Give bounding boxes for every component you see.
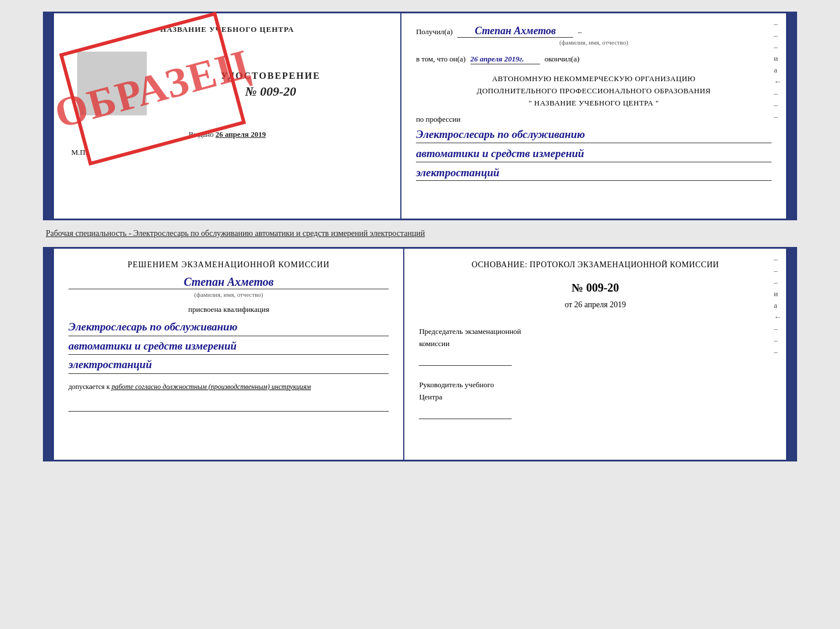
bottom-fio-label: (фамилия, имя, отчество) xyxy=(68,291,389,298)
predsedatel-label2: комиссии xyxy=(419,339,772,348)
bottom-prisvoena: присвоена квалификация xyxy=(68,305,389,314)
cert-spine-right xyxy=(786,13,795,219)
cert-right-page: Получил(а) Степан Ахметов – (фамилия, им… xyxy=(401,13,786,219)
profession-line1: Электрослесарь по обслуживанию xyxy=(416,127,772,143)
top-certificate-book: НАЗВАНИЕ УЧЕБНОГО ЦЕНТРА УДОСТОВЕРЕНИЕ №… xyxy=(43,12,797,220)
qual-line2: автоматики и средств измерений xyxy=(68,338,389,355)
cert-issued-line: Выдано 26 апреля 2019 xyxy=(189,130,266,139)
rukovoditel-label1: Руководитель учебного xyxy=(419,380,772,390)
cert-photo-area xyxy=(77,52,147,115)
cert-mp-line: М.П. xyxy=(66,148,87,157)
bottom-book: Решением экзаменационной комиссии Степан… xyxy=(43,247,797,461)
institution-line3: " НАЗВАНИЕ УЧЕБНОГО ЦЕНТРА " xyxy=(416,97,772,110)
bottom-osnov: Основание: протокол экзаменационной коми… xyxy=(419,260,772,270)
bottom-spine-right xyxy=(786,249,795,460)
document-container: НАЗВАНИЕ УЧЕБНОГО ЦЕНТРА УДОСТОВЕРЕНИЕ №… xyxy=(43,12,797,461)
completion-date: 26 апреля 2019г. xyxy=(470,54,540,64)
predsedatel-label1: Председатель экзаменационной xyxy=(419,327,772,336)
bottom-sign-line xyxy=(68,397,389,412)
cert-left-page: НАЗВАНИЕ УЧЕБНОГО ЦЕНТРА УДОСТОВЕРЕНИЕ №… xyxy=(54,13,401,219)
cert-institution-name: НАЗВАНИЕ УЧЕБНОГО ЦЕНТРА xyxy=(160,25,294,34)
right-institution-block: АВТОНОМНУЮ НЕКОММЕРЧЕСКУЮ ОРГАНИЗАЦИЮ ДО… xyxy=(416,73,772,109)
qual-line1: Электрослесарь по обслуживанию xyxy=(68,319,389,336)
decorative-right-dashes-top: – – – и а ← – – – xyxy=(774,19,781,213)
dopuskaetsya-row: допускается к работе согласно должностны… xyxy=(68,383,389,391)
bottom-spine-left xyxy=(45,249,54,460)
decorative-right-dashes-bottom: – – – и а ← – – – xyxy=(774,254,781,454)
bottom-right-page: Основание: протокол экзаменационной коми… xyxy=(404,249,786,460)
bottom-decision-title: Решением экзаменационной комиссии xyxy=(68,260,389,270)
profession-line3: электростанций xyxy=(416,165,772,181)
institution-line1: АВТОНОМНУЮ НЕКОММЕРЧЕСКУЮ ОРГАНИЗАЦИЮ xyxy=(416,73,772,85)
bottom-left-page: Решением экзаменационной комиссии Степан… xyxy=(54,249,404,460)
dopuskaetsya-prefix: допускается к xyxy=(68,383,110,391)
bottom-date-row: от 26 апреля 2019 xyxy=(419,300,772,310)
date-prefix: от xyxy=(564,300,574,309)
dopuskaetsya-text: работе согласно должностным (производств… xyxy=(111,383,311,391)
bottom-date: 26 апреля 2019 xyxy=(574,300,626,309)
specialty-text: Рабочая специальность - Электрослесарь п… xyxy=(46,226,797,241)
poluchil-row: Получил(а) Степан Ахметов – xyxy=(416,25,772,38)
cert-spine-left xyxy=(45,13,54,219)
vydano-label: Выдано xyxy=(189,130,213,139)
profession-line2: автоматики и средств измерений xyxy=(416,146,772,162)
institution-line2: ДОПОЛНИТЕЛЬНОГО ПРОФЕССИОНАЛЬНОГО ОБРАЗО… xyxy=(416,85,772,97)
recipient-name: Степан Ахметов xyxy=(457,25,573,38)
vydano-date: 26 апреля 2019 xyxy=(215,130,266,139)
bottom-recipient-name: Степан Ахметов xyxy=(68,275,389,289)
dash-after-name: – xyxy=(578,27,582,37)
vtom-label: в том, что он(а) xyxy=(416,54,466,64)
rukovoditel-label2: Центра xyxy=(419,392,772,402)
qual-line3: электростанций xyxy=(68,357,389,374)
predsedatel-sign-line xyxy=(419,351,512,366)
qualification-block: Электрослесарь по обслуживанию автоматик… xyxy=(68,319,389,374)
cert-udost-label: УДОСТОВЕРЕНИЕ xyxy=(153,71,389,81)
cert-number: № 009-20 xyxy=(153,84,389,99)
fio-label-top: (фамилия, имя, отчество) xyxy=(416,39,772,46)
vtom-row: в том, что он(а) 26 апреля 2019г. окончи… xyxy=(416,54,772,64)
po-professii-label: по профессии xyxy=(416,115,772,124)
okonchil-label: окончил(а) xyxy=(545,54,580,64)
rukovoditel-sign-line xyxy=(419,405,512,419)
poluchil-label: Получил(а) xyxy=(416,27,452,37)
bottom-protocol-num: № 009-20 xyxy=(419,281,772,294)
